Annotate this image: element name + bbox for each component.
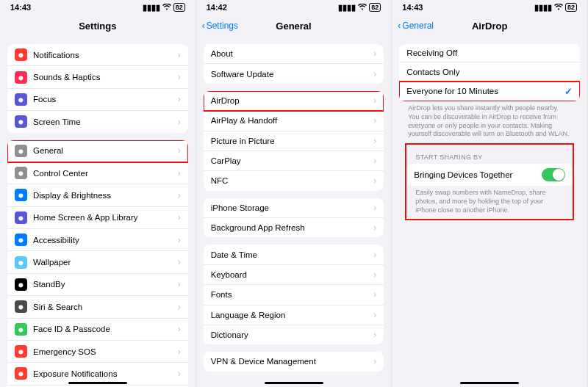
signal-icon: ▮▮▮▮: [338, 3, 356, 12]
row-label: Screen Time: [33, 117, 175, 126]
chevron-right-icon: ›: [178, 94, 181, 104]
chevron-right-icon: ›: [373, 203, 376, 213]
option-label: Receiving Off: [406, 48, 573, 57]
bringing-devices-toggle-row[interactable]: Bringing Devices Together: [406, 164, 573, 186]
chevron-right-icon: ›: [373, 310, 376, 320]
standby-icon: ⬤: [15, 278, 27, 291]
settings-row[interactable]: CarPlay›: [204, 151, 384, 171]
settings-row[interactable]: Fonts›: [204, 285, 384, 305]
settings-row[interactable]: ⬤Focus›: [7, 89, 188, 111]
group-airdrop: AirDrop›AirPlay & Handoff›Picture in Pic…: [204, 91, 384, 191]
settings-list: ⬤Notifications›⬤Sounds & Haptics›⬤Focus›…: [0, 37, 196, 387]
battery-indicator: 82: [173, 3, 185, 12]
row-label: AirPlay & Handoff: [211, 116, 371, 125]
chevron-right-icon: ›: [373, 48, 376, 59]
settings-row[interactable]: ⬤Display & Brightness›: [7, 184, 188, 206]
section-header: START SHARING BY: [415, 153, 570, 161]
moon-icon: ⬤: [15, 93, 27, 106]
chevron-right-icon: ›: [373, 176, 376, 186]
settings-row[interactable]: Date & Time›: [204, 245, 384, 264]
toggle-label: Bringing Devices Together: [414, 170, 542, 179]
group-notifications: ⬤Notifications›⬤Sounds & Haptics›⬤Focus›…: [7, 44, 188, 133]
back-label: General: [402, 21, 434, 31]
receiving-footer: AirDrop lets you share instantly with pe…: [408, 104, 571, 139]
chevron-right-icon: ›: [178, 324, 181, 334]
row-label: Software Update: [211, 70, 371, 79]
chevron-right-icon: ›: [178, 212, 181, 223]
chevron-right-icon: ›: [178, 50, 181, 60]
group-vpn: VPN & Device Management›: [204, 352, 384, 371]
settings-row[interactable]: VPN & Device Management›: [204, 352, 384, 371]
settings-row[interactable]: AirPlay & Handoff›: [204, 111, 384, 131]
status-bar: 14:43 ▮▮▮▮ 82: [392, 0, 587, 15]
settings-row[interactable]: ⬤Siri & Search›: [7, 296, 188, 318]
settings-row[interactable]: Dictionary›: [204, 325, 384, 344]
settings-row[interactable]: ⬤General›: [7, 140, 188, 162]
chevron-right-icon: ›: [178, 190, 181, 200]
wifi-icon: [554, 3, 563, 12]
settings-row[interactable]: About›: [204, 44, 384, 64]
row-label: AirDrop: [211, 96, 371, 105]
settings-row[interactable]: AirDrop›: [204, 91, 384, 111]
row-label: NFC: [211, 176, 371, 185]
siri-icon: ⬤: [15, 300, 27, 313]
battery-indicator: 82: [565, 3, 577, 12]
speaker-icon: ⬤: [15, 71, 27, 84]
settings-row[interactable]: ⬤Screen Time›: [7, 111, 188, 132]
faceid-icon: ⬤: [15, 323, 27, 336]
settings-row[interactable]: ⬤Wallpaper›: [7, 251, 188, 273]
chevron-right-icon: ›: [178, 117, 181, 127]
chevron-right-icon: ›: [373, 356, 376, 366]
settings-row[interactable]: ⬤Accessibility›: [7, 229, 188, 251]
row-label: Wallpaper: [33, 258, 175, 267]
airdrop-option[interactable]: Receiving Off: [399, 44, 580, 62]
row-label: StandBy: [33, 280, 175, 289]
row-label: General: [33, 146, 175, 155]
signal-icon: ▮▮▮▮: [143, 3, 160, 12]
settings-row[interactable]: Software Update›: [204, 64, 384, 83]
wifi-icon: [358, 3, 367, 12]
chevron-right-icon: ›: [178, 257, 181, 267]
page-title: AirDrop: [472, 21, 507, 32]
group-about: About›Software Update›: [204, 44, 384, 84]
settings-row[interactable]: NFC›: [204, 171, 384, 190]
airdrop-option[interactable]: Contacts Only: [399, 62, 580, 81]
status-right: ▮▮▮▮ 82: [143, 3, 185, 12]
status-right: ▮▮▮▮ 82: [338, 3, 381, 12]
nav-bar: ‹ General AirDrop: [392, 15, 587, 37]
row-label: Emergency SOS: [33, 347, 175, 356]
back-button[interactable]: ‹ General: [398, 21, 434, 31]
settings-row[interactable]: ⬤Face ID & Passcode›: [7, 319, 188, 341]
settings-row[interactable]: Picture in Picture›: [204, 131, 384, 151]
settings-row[interactable]: Keyboard›: [204, 265, 384, 285]
airdrop-option[interactable]: Everyone for 10 Minutes✓: [399, 82, 580, 101]
row-label: VPN & Device Management: [211, 357, 371, 366]
chevron-right-icon: ›: [373, 115, 376, 126]
chevron-right-icon: ›: [178, 235, 181, 245]
toggle-switch[interactable]: [542, 168, 565, 181]
row-label: Siri & Search: [33, 303, 175, 311]
gear-icon: ⬤: [15, 145, 27, 157]
settings-row[interactable]: ⬤StandBy›: [7, 274, 188, 296]
settings-row[interactable]: ⬤Control Center›: [7, 162, 188, 184]
general-list: About›Software Update› AirDrop›AirPlay &…: [196, 37, 392, 387]
settings-row[interactable]: Background App Refresh›: [204, 218, 384, 237]
settings-row[interactable]: ⬤Emergency SOS›: [7, 341, 188, 363]
settings-row[interactable]: Language & Region›: [204, 305, 384, 325]
chevron-right-icon: ›: [373, 250, 376, 260]
status-bar: 14:42 ▮▮▮▮ 82: [196, 0, 392, 15]
row-label: iPhone Storage: [211, 203, 371, 212]
start-sharing-section: START SHARING BY Bringing Devices Togeth…: [405, 143, 574, 220]
settings-row[interactable]: ⬤Notifications›: [7, 44, 188, 66]
row-label: Focus: [33, 95, 175, 104]
settings-row[interactable]: ⬤Home Screen & App Library›: [7, 207, 188, 229]
group-general: ⬤General›⬤Control Center›⬤Display & Brig…: [7, 140, 188, 388]
row-label: CarPlay: [211, 156, 371, 165]
back-button[interactable]: ‹ Settings: [202, 21, 238, 31]
status-right: ▮▮▮▮ 82: [534, 3, 577, 12]
settings-row[interactable]: iPhone Storage›: [204, 198, 384, 218]
grid-icon: ⬤: [15, 211, 27, 224]
battery-indicator: 82: [369, 3, 381, 12]
person-icon: ⬤: [15, 234, 27, 246]
settings-row[interactable]: ⬤Sounds & Haptics›: [7, 66, 188, 88]
